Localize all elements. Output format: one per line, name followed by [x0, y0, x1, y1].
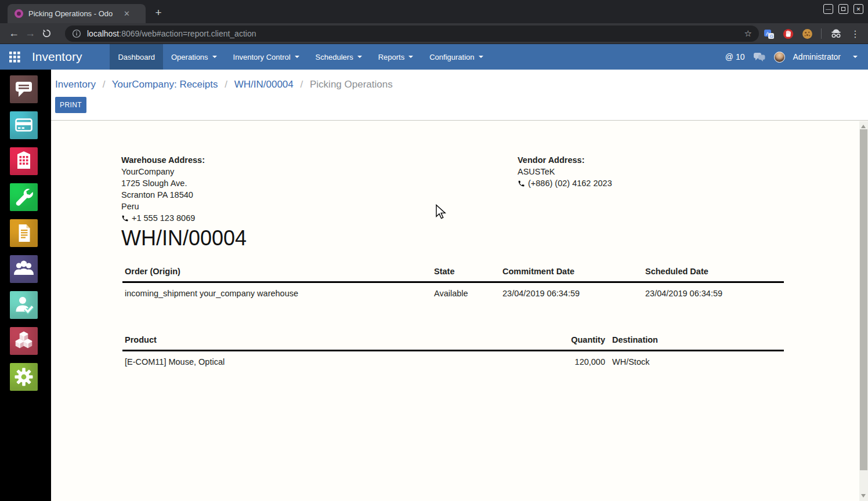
- nav-item-configuration[interactable]: Configuration: [421, 44, 491, 70]
- app-tile-building[interactable]: [10, 147, 38, 175]
- browser-toolbar: ← → localhost:8069/web#action=report.cli…: [0, 23, 868, 44]
- maximize-icon: [841, 7, 845, 11]
- chevron-down-icon: [408, 56, 413, 60]
- scrollbar[interactable]: [859, 121, 868, 501]
- app-tile-speech-bubble[interactable]: [10, 75, 38, 103]
- scroll-up-icon[interactable]: [861, 122, 866, 128]
- tab-close-icon[interactable]: ✕: [124, 9, 130, 18]
- speech-bubble-icon: [10, 75, 38, 103]
- vendor-phone-line: (+886) (02) 4162 2023: [518, 177, 612, 189]
- app-tile-cubes[interactable]: [10, 327, 38, 355]
- close-button[interactable]: ✕: [853, 4, 863, 14]
- product-table-row: [E-COM11] Mouse, Optical 120,000 WH/Stoc…: [122, 351, 784, 367]
- user-menu[interactable]: Administrator: [793, 52, 841, 61]
- browser-menu-icon[interactable]: ⋮: [851, 28, 860, 39]
- order-table: Order (Origin) State Commitment Date Sch…: [122, 266, 784, 298]
- warehouse-phone-line: +1 555 123 8069: [121, 212, 205, 224]
- mentions-counter[interactable]: @10: [725, 52, 745, 61]
- breadcrumb-separator: /: [225, 79, 227, 90]
- mention-count: 10: [736, 52, 745, 61]
- incognito-profile-icon[interactable]: [830, 28, 842, 39]
- mouse-cursor: [435, 204, 447, 220]
- bookmark-star-icon[interactable]: ☆: [744, 28, 752, 39]
- phone-icon: [518, 180, 525, 187]
- people-icon: [10, 255, 38, 283]
- person-check-icon: [10, 291, 38, 319]
- wrench-icon: [10, 183, 38, 211]
- print-button[interactable]: PRINT: [55, 97, 86, 113]
- refresh-button[interactable]: [38, 26, 55, 42]
- col-commitment-date: Commitment Date: [500, 266, 643, 282]
- forward-button[interactable]: →: [22, 26, 38, 42]
- warehouse-country: Peru: [121, 201, 205, 212]
- nav-label: Operations: [171, 53, 208, 61]
- breadcrumb-separator: /: [301, 79, 303, 90]
- product-table: Product Quantity Destination [E-COM11] M…: [122, 334, 784, 366]
- app-dock: [0, 70, 51, 501]
- at-icon: @: [725, 52, 733, 61]
- cookie-extension-icon[interactable]: [802, 28, 813, 39]
- breadcrumb-inventory[interactable]: Inventory: [55, 79, 96, 90]
- nav-label: Schedulers: [316, 53, 353, 61]
- url-bar[interactable]: localhost:8069/web#action=report.client_…: [65, 26, 759, 42]
- maximize-button[interactable]: [838, 4, 848, 14]
- document-title: WH/IN/00004: [121, 226, 247, 251]
- new-tab-button[interactable]: +: [152, 6, 165, 19]
- cell-destination: WH/Stock: [605, 351, 784, 367]
- warehouse-company: YourCompany: [121, 166, 205, 177]
- app-brand-title: Inventory: [32, 50, 82, 64]
- back-button[interactable]: ←: [6, 26, 22, 42]
- user-avatar[interactable]: [774, 52, 785, 63]
- cell-quantity: 120,000: [568, 351, 605, 367]
- document-icon: [10, 219, 38, 247]
- app-tile-person-check[interactable]: [10, 291, 38, 319]
- vendor-name: ASUSTeK: [518, 166, 612, 177]
- apps-grid-icon[interactable]: [9, 52, 20, 63]
- nav-item-schedulers[interactable]: Schedulers: [308, 44, 370, 70]
- cubes-icon: [10, 327, 38, 355]
- app-tile-document[interactable]: [10, 219, 38, 247]
- odoo-favicon-icon: [15, 9, 23, 18]
- chevron-down-icon: [357, 56, 362, 60]
- breadcrumb-picking[interactable]: WH/IN/00004: [234, 79, 294, 90]
- browser-titlebar: Picking Operations - Odo ✕ + — ✕: [0, 0, 868, 23]
- app-tile-people[interactable]: [10, 255, 38, 283]
- nav-item-inventory-control[interactable]: Inventory Control: [225, 44, 308, 70]
- chevron-down-icon: [212, 56, 217, 60]
- warehouse-city: Scranton PA 18540: [121, 189, 205, 201]
- nav-item-dashboard[interactable]: Dashboard: [110, 44, 163, 70]
- chevron-down-icon: [853, 56, 858, 60]
- app-tile-credit-card[interactable]: [10, 111, 38, 139]
- product-table-header-row: Product Quantity Destination: [122, 334, 784, 351]
- app-tile-gear[interactable]: [10, 363, 38, 391]
- warehouse-address-block: Warehouse Address: YourCompany 1725 Slou…: [121, 154, 205, 224]
- breadcrumb-current: Picking Operations: [310, 79, 393, 90]
- nav-label: Inventory Control: [233, 53, 291, 61]
- vendor-address-title: Vendor Address:: [518, 154, 612, 166]
- screen: Picking Operations - Odo ✕ + — ✕ ← → loc…: [0, 0, 868, 501]
- cell-state: Available: [432, 282, 500, 299]
- tab-title: Picking Operations - Odo: [28, 9, 120, 18]
- info-icon[interactable]: [72, 29, 81, 38]
- nav-item-operations[interactable]: Operations: [163, 44, 225, 70]
- col-destination: Destination: [605, 334, 784, 351]
- nav-item-reports[interactable]: Reports: [370, 44, 422, 70]
- nav-menu: Dashboard Operations Inventory Control S…: [110, 44, 491, 70]
- scrollbar-thumb[interactable]: [860, 129, 867, 470]
- browser-tab[interactable]: Picking Operations - Odo ✕: [8, 4, 146, 23]
- credit-card-icon: [10, 111, 38, 139]
- breadcrumb: Inventory / YourCompany: Receipts / WH/I…: [55, 79, 393, 90]
- translate-extension-icon[interactable]: A G: [764, 28, 775, 39]
- nav-label: Reports: [378, 53, 405, 61]
- breadcrumb-receipts[interactable]: YourCompany: Receipts: [112, 79, 218, 90]
- cell-order-origin: incoming_shipment your_company warehouse: [122, 282, 432, 299]
- col-state: State: [432, 266, 500, 282]
- gear-icon: [10, 363, 38, 391]
- app-tile-wrench[interactable]: [10, 183, 38, 211]
- chat-bubbles-icon[interactable]: [753, 52, 766, 62]
- minimize-button[interactable]: —: [823, 4, 833, 14]
- scroll-down-icon[interactable]: [861, 494, 866, 500]
- adblock-hand-extension-icon[interactable]: [783, 28, 794, 39]
- col-quantity: Quantity: [568, 334, 605, 351]
- main-content: Inventory / YourCompany: Receipts / WH/I…: [0, 70, 868, 501]
